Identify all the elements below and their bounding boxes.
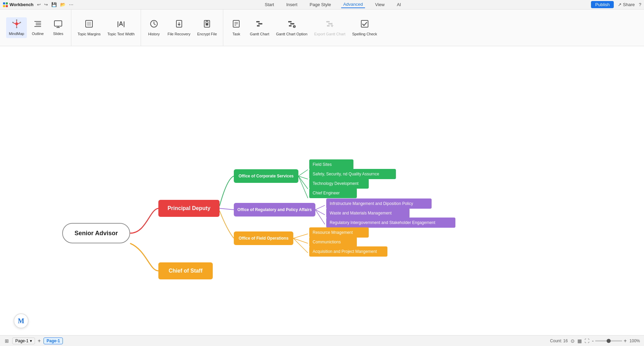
canvas[interactable]: Senior Advisor Principal Deputy Chief of… (0, 46, 644, 335)
subnode-infrastructure[interactable]: Infrstructure Mangement and Diposition P… (326, 198, 432, 209)
history-button[interactable]: History (144, 17, 163, 38)
encrypt-file-button[interactable]: Encrypt File (194, 17, 220, 38)
save-button[interactable]: 💾 (50, 1, 58, 8)
publish-button[interactable]: Publish (591, 1, 614, 8)
grid-toggle-button[interactable]: ⊞ (4, 338, 10, 344)
node-office-corporate[interactable]: Office of Corporate Services (234, 169, 298, 183)
svg-rect-0 (3, 2, 5, 4)
file-recovery-label: File Recovery (168, 32, 190, 36)
svg-rect-31 (256, 21, 260, 22)
svg-rect-14 (36, 23, 41, 23)
open-button[interactable]: 📂 (59, 1, 67, 8)
nav-page-style[interactable]: Page Style (308, 1, 333, 8)
logo-icon (3, 2, 8, 7)
toolbar: MindMap Outline Slides Topic Margins |A| (0, 10, 644, 46)
gantt-chart-option-icon (287, 19, 296, 31)
add-page-button[interactable]: + (38, 338, 41, 344)
svg-rect-16 (34, 26, 41, 27)
redo-button[interactable]: ↪ (43, 1, 49, 8)
history-label: History (148, 32, 160, 36)
svg-rect-34 (288, 21, 292, 22)
history-icon (149, 19, 159, 31)
nav-ai[interactable]: AI (395, 1, 403, 8)
app-logo[interactable]: Workbench (3, 2, 34, 7)
undo-button[interactable]: ↩ (36, 1, 42, 8)
mindmap-icon (12, 19, 21, 30)
toolbar-view-group: MindMap Outline Slides (3, 10, 71, 46)
zoom-thumb[interactable] (607, 339, 611, 343)
node-principal-deputy[interactable]: Principal Deputy (158, 200, 220, 217)
file-recovery-button[interactable]: File Recovery (165, 17, 193, 38)
svg-line-44 (298, 170, 308, 176)
svg-line-49 (315, 210, 325, 215)
nav-start[interactable]: Start (263, 1, 276, 8)
fit-page-icon[interactable]: ⊙ (571, 338, 575, 344)
svg-line-52 (293, 238, 308, 243)
zoom-in-button[interactable]: + (624, 338, 627, 344)
topbar-right: Publish ↗ Share ? (591, 1, 641, 8)
svg-text:M: M (18, 317, 24, 325)
svg-line-45 (298, 176, 308, 179)
zoom-slider[interactable] (595, 340, 622, 342)
svg-point-12 (20, 22, 21, 23)
subnode-communications[interactable]: Communictions (309, 237, 357, 247)
node-senior-advisor[interactable]: Senior Advisor (62, 223, 130, 243)
svg-rect-3 (6, 5, 8, 7)
spelling-check-button[interactable]: Spelling Check (349, 17, 380, 38)
task-label: Task (232, 32, 240, 36)
svg-line-48 (315, 205, 325, 210)
svg-point-9 (16, 19, 17, 21)
help-button[interactable]: ? (639, 2, 641, 7)
node-chief-of-staff[interactable]: Chief of Staff (158, 262, 213, 279)
subnode-acquisition[interactable]: Acquisition and Project Mangement (309, 246, 387, 257)
task-button[interactable]: Task (227, 17, 246, 38)
app-name: Workbench (10, 2, 34, 7)
slides-icon (54, 19, 63, 30)
topic-text-width-button[interactable]: |A| Topic Text Width (105, 17, 137, 38)
more-button[interactable]: ⋯ (68, 1, 75, 8)
slides-button[interactable]: Slides (49, 17, 68, 38)
mindmap-button[interactable]: MindMap (6, 17, 27, 38)
svg-rect-35 (290, 23, 294, 24)
columns-view-icon[interactable]: ▦ (577, 338, 582, 344)
node-office-field[interactable]: Office of Field Operations (234, 231, 293, 245)
subnode-tech-dev[interactable]: Technology Development (309, 178, 369, 189)
spelling-check-icon (360, 19, 369, 31)
subnode-waste-materials[interactable]: Waste and Materials Management (326, 208, 410, 218)
gantt-chart-button[interactable]: Gantt Chart (247, 17, 272, 38)
svg-line-53 (293, 238, 308, 253)
nav-view[interactable]: View (373, 1, 387, 8)
subnode-resource-mgmt[interactable]: Resource Mnagement (309, 227, 369, 238)
active-page-tab[interactable]: Page-1 (43, 338, 63, 344)
svg-point-11 (12, 22, 14, 23)
topic-margins-label: Topic Margins (77, 32, 101, 36)
subnode-chief-engineer[interactable]: Chief Engineer (309, 188, 357, 198)
svg-rect-32 (258, 23, 262, 24)
svg-line-50 (315, 210, 325, 224)
topic-margins-button[interactable]: Topic Margins (75, 17, 103, 38)
subnode-regulatory-inter[interactable]: Regulatory Intergovernment and Stakehold… (326, 218, 455, 228)
export-gantt-button[interactable]: Export Gantt Chart (312, 17, 348, 38)
outline-button[interactable]: Outline (28, 17, 47, 38)
zoom-out-button[interactable]: - (592, 338, 594, 344)
svg-rect-2 (3, 5, 5, 7)
gantt-chart-option-button[interactable]: Gantt Chart Option (273, 17, 310, 38)
slides-label: Slides (53, 32, 63, 36)
nav-insert[interactable]: Insert (284, 1, 299, 8)
node-office-regulatory[interactable]: Office of Regulatory and Policy Affairs (234, 203, 315, 217)
toolbar-topic-group: Topic Margins |A| Topic Text Width (71, 10, 141, 46)
toolbar-gantt-group: Task Gantt Chart Gantt Chart Option Expo… (223, 10, 383, 46)
zoom-level-label: 100% (629, 339, 640, 343)
subnode-field-sites[interactable]: Field Sites (309, 159, 353, 170)
svg-rect-1 (6, 2, 8, 4)
subnode-safety-security[interactable]: Safety, Security, nd Quality Assurnce (309, 169, 396, 179)
nav-advanced[interactable]: Advanced (341, 1, 365, 8)
encrypt-file-label: Encrypt File (197, 32, 217, 36)
share-button[interactable]: ↗ Share (618, 2, 635, 7)
page-dropdown[interactable]: Page-1 ▾ (12, 338, 35, 344)
svg-line-47 (298, 176, 308, 198)
topic-margins-icon (84, 19, 94, 31)
undo-redo-group: ↩ ↪ 💾 📂 ⋯ (36, 1, 75, 8)
fullscreen-icon[interactable]: ⛶ (585, 338, 589, 344)
svg-line-46 (298, 176, 308, 189)
